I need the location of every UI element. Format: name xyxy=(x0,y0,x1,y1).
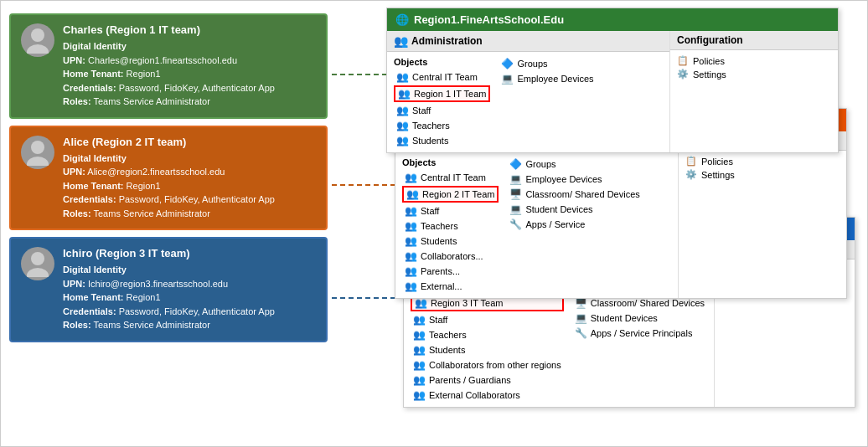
region1-body: 👥 Administration Objects 👥 Central IT Te… xyxy=(387,31,838,152)
charles-info: Charles (Region 1 IT team) Digital Ident… xyxy=(63,23,316,109)
region1-cloud-icon: 🌐 xyxy=(395,13,409,26)
main-container: Charles (Region 1 IT team) Digital Ident… xyxy=(0,0,868,447)
region3-parents: 👥 Parents / Guardians xyxy=(411,373,564,387)
device-icon: 💻 xyxy=(509,173,522,185)
region1-policies: 📋 Policies xyxy=(677,55,831,66)
ichiro-name: Ichiro (Region 3 IT team) xyxy=(63,247,316,259)
alice-detail: Digital Identity UPN: Alice@region2.fine… xyxy=(63,152,316,221)
external-icon: 👥 xyxy=(405,280,417,292)
charles-detail: Digital Identity UPN: Charles@region1.fi… xyxy=(63,39,316,109)
alice-name: Alice (Region 2 IT team) xyxy=(63,136,316,148)
region2-employee-devices: 💻 Employee Devices xyxy=(507,172,642,186)
alice-info: Alice (Region 2 IT team) Digital Identit… xyxy=(63,136,316,221)
region1-admin-header: 👥 Administration xyxy=(387,31,669,52)
region1-objects-label: Objects xyxy=(394,57,490,67)
person-cards: Charles (Region 1 IT team) Digital Ident… xyxy=(9,13,328,342)
parents-icon: 👥 xyxy=(413,374,426,386)
region2-objects: Objects 👥 Central IT Team 👥 Region 2 IT … xyxy=(395,152,678,298)
region2-config-items: 📋 Policies ⚙️ Settings xyxy=(679,151,846,185)
shared-icon: 🖥️ xyxy=(575,297,587,309)
region1-header: 🌐 Region1.FineArtsSchool.Edu xyxy=(387,8,838,31)
region1-title: Region1.FineArtsSchool.Edu xyxy=(414,13,564,26)
region2-body: 👥 Administration Objects 👥 Central IT Te… xyxy=(395,131,846,298)
ichiro-info: Ichiro (Region 3 IT team) Digital Identi… xyxy=(63,247,316,332)
people-icon: 👥 xyxy=(406,188,419,200)
collab-icon: 👥 xyxy=(413,359,426,371)
region1-config-items: 📋 Policies ⚙️ Settings xyxy=(670,50,838,85)
people-icon: 👥 xyxy=(405,205,417,217)
region1-settings: ⚙️ Settings xyxy=(677,69,831,80)
svg-point-2 xyxy=(31,141,44,154)
shared-icon: 🖥️ xyxy=(509,188,522,200)
region1-students: 👥 Students xyxy=(394,134,490,147)
region2-right: Configuration 📋 Policies ⚙️ Settings xyxy=(679,131,846,298)
people-icon: 👥 xyxy=(413,314,426,326)
ichiro-avatar xyxy=(21,247,54,280)
svg-point-1 xyxy=(27,44,49,54)
people-icon: 👥 xyxy=(398,88,411,100)
region1-admin-icon: 👥 xyxy=(394,34,408,48)
region2-apps: 🔧 Apps / Service xyxy=(507,218,642,231)
region3-external: 👥 External Collaborators xyxy=(411,388,564,402)
region3-students: 👥 Students xyxy=(411,343,564,357)
settings-icon: ⚙️ xyxy=(685,169,697,180)
alice-card: Alice (Region 2 IT team) Digital Identit… xyxy=(9,126,328,231)
svg-point-5 xyxy=(27,268,49,277)
region1-config-label: Configuration xyxy=(677,34,743,46)
region2-staff: 👥 Staff xyxy=(402,204,499,218)
people-icon: 👥 xyxy=(396,120,409,131)
region2-it-team: 👥 Region 2 IT Team xyxy=(402,186,499,203)
region2-external: 👥 External... xyxy=(402,280,499,293)
region2-objects-left: Objects 👥 Central IT Team 👥 Region 2 IT … xyxy=(402,157,499,293)
collab-icon: 👥 xyxy=(405,250,417,262)
region2-central-it: 👥 Central IT Team xyxy=(402,171,499,184)
policies-icon: 📋 xyxy=(685,156,697,167)
external-icon: 👥 xyxy=(413,389,426,401)
region3-collab: 👥 Collaborators from other regions xyxy=(411,358,564,372)
people-icon: 👥 xyxy=(413,329,426,341)
region1-objects-right: 🔷 Groups 💻 Employee Devices xyxy=(499,57,596,147)
region1-panel: 🌐 Region1.FineArtsSchool.Edu 👥 Administr… xyxy=(386,8,839,153)
svg-point-0 xyxy=(31,28,44,42)
svg-point-3 xyxy=(27,157,49,166)
region2-settings: ⚙️ Settings xyxy=(685,169,840,180)
settings-icon: ⚙️ xyxy=(677,69,689,80)
parents-icon: 👥 xyxy=(405,265,417,277)
region2-objects-right: 🔷 Groups 💻 Employee Devices 🖥️ Classroom… xyxy=(507,157,642,293)
region1-objects-left: Objects 👥 Central IT Team 👥 Region 1 IT … xyxy=(394,57,490,147)
region3-student-devices: 💻 Student Devices xyxy=(572,311,707,325)
student-icon: 💻 xyxy=(509,203,522,215)
people-icon: 👥 xyxy=(413,344,426,356)
region1-employee-devices: 💻 Employee Devices xyxy=(499,72,596,85)
charles-avatar xyxy=(21,23,54,57)
region2-policies: 📋 Policies xyxy=(685,156,840,167)
region1-left: 👥 Administration Objects 👥 Central IT Te… xyxy=(387,31,670,152)
device-icon: 💻 xyxy=(501,73,514,85)
apps-icon: 🔧 xyxy=(575,327,587,339)
group-icon: 🔷 xyxy=(509,158,522,170)
people-icon: 👥 xyxy=(405,220,417,232)
region3-apps: 🔧 Apps / Service Principals xyxy=(572,326,707,340)
group-icon: 🔷 xyxy=(501,58,514,69)
people-icon: 👥 xyxy=(396,105,409,116)
people-icon: 👥 xyxy=(396,71,409,83)
region1-central-it: 👥 Central IT Team xyxy=(394,70,490,84)
region3-staff: 👥 Staff xyxy=(411,313,564,326)
svg-point-4 xyxy=(31,252,44,265)
alice-avatar xyxy=(21,136,54,169)
region1-admin-label: Administration xyxy=(411,35,483,47)
region2-collab: 👥 Collaborators... xyxy=(402,249,499,263)
region1-right: Configuration 📋 Policies ⚙️ Settings xyxy=(670,31,838,152)
people-icon: 👥 xyxy=(396,135,409,146)
region2-student-devices: 💻 Student Devices xyxy=(507,203,642,216)
apps-icon: 🔧 xyxy=(509,218,522,230)
region1-it-team: 👥 Region 1 IT Team xyxy=(394,85,490,102)
region1-objects: Objects 👥 Central IT Team 👥 Region 1 IT … xyxy=(387,52,669,152)
region1-staff: 👥 Staff xyxy=(394,104,490,117)
region2-classroom-devices: 🖥️ Classroom/ Shared Devices xyxy=(507,188,642,201)
student-icon: 💻 xyxy=(575,312,587,324)
region3-teachers: 👥 Teachers xyxy=(411,328,564,342)
region2-students: 👥 Students xyxy=(402,234,499,248)
region2-objects-label: Objects xyxy=(402,157,499,167)
region2-teachers: 👥 Teachers xyxy=(402,219,499,233)
